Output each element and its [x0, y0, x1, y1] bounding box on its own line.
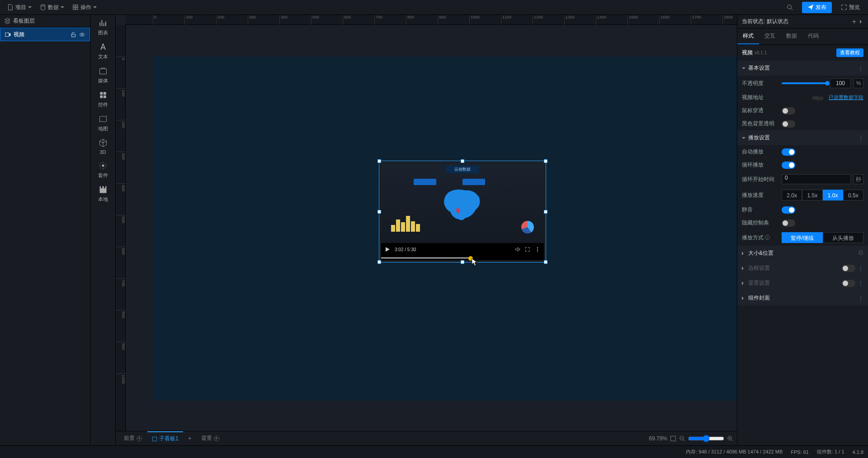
- toolbox-control[interactable]: 控件: [92, 91, 114, 108]
- toolbox-text[interactable]: 文本: [92, 43, 114, 60]
- fit-icon[interactable]: [670, 435, 676, 442]
- menu-data[interactable]: 数据: [36, 2, 68, 13]
- mouse-through-switch[interactable]: [782, 107, 795, 114]
- component-version: v0.1.1: [755, 50, 767, 55]
- tab-style[interactable]: 样式: [737, 29, 759, 44]
- mute-icon[interactable]: [515, 247, 520, 252]
- opacity-slider[interactable]: [782, 82, 827, 84]
- toolbox-map[interactable]: 地图: [92, 114, 114, 132]
- toolbox-media[interactable]: 媒体: [92, 67, 114, 84]
- lock-icon[interactable]: [858, 250, 863, 257]
- play-icon[interactable]: [385, 247, 390, 252]
- section-bg[interactable]: 背景设置⋮: [737, 276, 868, 291]
- tab-data[interactable]: 数据: [781, 29, 802, 44]
- state-expand[interactable]: [860, 20, 863, 24]
- toolbox-kit[interactable]: 套件: [92, 161, 114, 179]
- section-play[interactable]: 播放设置⋮: [737, 130, 868, 145]
- canvas[interactable]: 0100200300400500600700800900100011001200…: [116, 15, 737, 445]
- more-vert-icon[interactable]: ⋮: [858, 280, 863, 286]
- hide-ctrl-switch[interactable]: [782, 219, 795, 227]
- section-size-pos[interactable]: 大小&位置: [737, 246, 868, 261]
- preview-button[interactable]: 预览: [836, 2, 864, 13]
- more-vert-icon[interactable]: ⋮: [858, 265, 863, 272]
- video-progress[interactable]: [381, 256, 544, 260]
- autoplay-switch[interactable]: [782, 148, 795, 156]
- svg-rect-9: [99, 69, 106, 74]
- tab-interact[interactable]: 交互: [759, 29, 781, 44]
- more-vert-icon[interactable]: ⋮: [858, 295, 863, 301]
- resize-handle[interactable]: [377, 260, 381, 264]
- toolbox-chart[interactable]: 图表: [92, 19, 114, 36]
- resize-handle[interactable]: [544, 260, 547, 264]
- video-icon: [5, 32, 11, 38]
- loop-switch[interactable]: [782, 162, 795, 169]
- more-vert-icon[interactable]: ⋮: [858, 135, 863, 141]
- svg-rect-20: [671, 436, 676, 441]
- mute-switch[interactable]: [782, 206, 795, 214]
- border-switch[interactable]: [842, 265, 855, 272]
- svg-point-8: [81, 34, 82, 35]
- resize-handle[interactable]: [544, 159, 547, 163]
- speed-option[interactable]: 1.5x: [802, 190, 822, 200]
- svg-point-0: [41, 5, 45, 6]
- mini-bar-chart: [391, 214, 420, 232]
- bg-switch[interactable]: [842, 280, 855, 287]
- search-button[interactable]: [782, 2, 797, 12]
- add-board-button[interactable]: +: [184, 435, 196, 442]
- toolbox: 图表 文本 媒体 控件 地图 3D 套件 本地: [90, 15, 116, 445]
- eye-icon[interactable]: [79, 32, 85, 38]
- speed-option[interactable]: 1.0x: [823, 190, 843, 200]
- resize-handle[interactable]: [377, 210, 381, 214]
- opacity-value[interactable]: 100: [830, 78, 851, 88]
- svg-rect-2: [76, 5, 78, 7]
- layer-item-video[interactable]: 视频: [0, 28, 90, 41]
- playmode-option[interactable]: 暂停/继续: [782, 232, 823, 243]
- ruler-horizontal: 0100200300400500600700800900100011001200…: [126, 15, 737, 25]
- black-bg-switch[interactable]: [782, 120, 795, 128]
- opacity-unit: %: [854, 78, 863, 88]
- unlock-icon[interactable]: [71, 32, 76, 38]
- selected-video-component[interactable]: 云创数据 3:02 / 5:30: [379, 161, 546, 262]
- zoom-out-icon[interactable]: [679, 435, 685, 442]
- speed-option[interactable]: 0.5x: [843, 190, 863, 200]
- menu-action[interactable]: 操作: [69, 2, 100, 13]
- playmode-option[interactable]: 从头播放: [823, 232, 864, 243]
- zoom-slider[interactable]: [688, 435, 724, 442]
- svg-point-15: [537, 247, 538, 248]
- tutorial-button[interactable]: 查看教程: [836, 48, 863, 57]
- url-binding-link[interactable]: 已设置数据字段: [829, 94, 863, 101]
- speed-option[interactable]: 2.0x: [782, 190, 802, 200]
- section-border[interactable]: 边框设置⋮: [737, 261, 868, 276]
- mini-pie-chart: [521, 221, 534, 234]
- tab-foreground[interactable]: 前景+: [119, 432, 146, 445]
- zoom-controls: 69.79%: [649, 435, 733, 442]
- layers-header: 看板图层: [0, 15, 90, 28]
- resize-handle[interactable]: [461, 260, 464, 264]
- toolbox-local[interactable]: 本地: [92, 185, 114, 203]
- zoom-in-icon[interactable]: [727, 435, 733, 442]
- tab-background[interactable]: 背景+: [197, 432, 224, 445]
- resize-handle[interactable]: [377, 159, 381, 163]
- svg-rect-11: [103, 92, 106, 95]
- add-icon[interactable]: +: [214, 436, 219, 441]
- fullscreen-icon[interactable]: [525, 247, 530, 252]
- resize-handle[interactable]: [544, 210, 547, 214]
- resize-handle[interactable]: [461, 159, 464, 163]
- layers-icon: [5, 18, 10, 24]
- section-cover[interactable]: 组件封面⋮: [737, 291, 868, 305]
- more-vert-icon[interactable]: [535, 247, 540, 252]
- section-basic[interactable]: 基本设置⋮: [737, 61, 868, 76]
- add-icon[interactable]: +: [137, 436, 142, 441]
- add-state-button[interactable]: +: [852, 18, 856, 26]
- more-vert-icon[interactable]: ⋮: [858, 65, 863, 72]
- loop-start-input[interactable]: 0: [782, 174, 851, 184]
- hide-ctrl-label: 隐藏控制条: [742, 219, 778, 227]
- info-icon[interactable]: [765, 235, 770, 240]
- publish-button[interactable]: 发布: [802, 2, 832, 13]
- menu-project[interactable]: 项目: [4, 2, 35, 13]
- tab-code[interactable]: 代码: [802, 29, 824, 44]
- video-control-bar[interactable]: 3:02 / 5:30: [381, 243, 544, 256]
- opacity-label: 不透明度: [742, 80, 778, 87]
- tab-sub-board[interactable]: 子看板1: [147, 431, 183, 445]
- toolbox-3d[interactable]: 3D: [92, 138, 114, 155]
